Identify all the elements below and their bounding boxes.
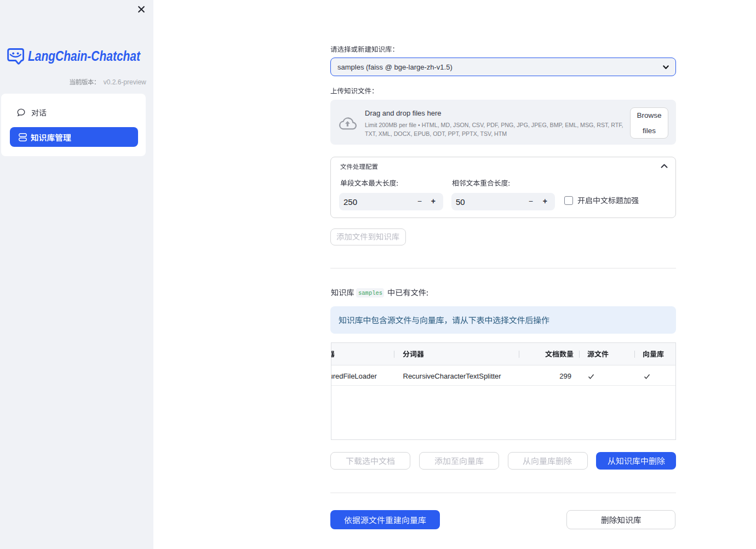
svg-text:LangChain-Chatchat: LangChain-Chatchat (28, 48, 141, 64)
